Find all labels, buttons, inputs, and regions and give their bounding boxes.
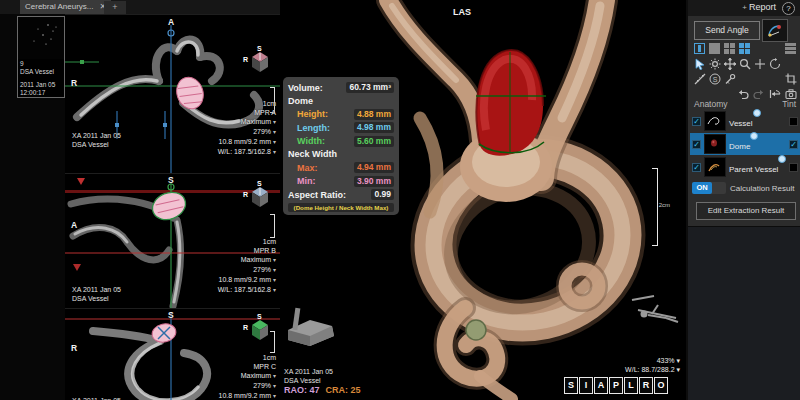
crosshair-icon[interactable] [752,57,767,70]
scale-bracket [270,331,275,353]
zoom-dropdown[interactable]: 279% ▾ [218,127,276,137]
mpr-view-c[interactable]: S R S R 1cm MPR C Maximum ▾ 279% ▾ 10.8 … [65,308,280,400]
patient-figure-icon [632,296,678,322]
orient-button-inferior[interactable]: I [579,377,593,394]
window-level-dropdown[interactable]: W/L: 187.5/162.8 ▾ [218,285,276,295]
report-button[interactable]: +Report [742,2,776,12]
series-time: 12:00:17 [20,89,62,97]
tab-cerebral-aneurysm[interactable]: Cerebral Aneurys... ✕ [20,0,111,14]
help-icon[interactable]: ? [782,2,795,15]
layout-grid-icon[interactable] [722,42,737,55]
width-label: Width: [297,136,325,146]
height-value: 4.88 mm [354,109,394,120]
slab-dropdown[interactable]: 10.8 mm/9.2 mm ▾ [218,275,276,285]
angle-icon [767,24,783,38]
vr-window-level-dropdown[interactable]: W/L: 88.7/288.2 ▾ [625,365,680,374]
series-date: 2011 Jan 05 [20,81,62,89]
aspect-ratio-row: Aspect Ratio: 0.99 [288,188,394,202]
zoom-dropdown[interactable]: 279% ▾ [219,381,276,391]
cursor-icon[interactable] [692,57,707,70]
view-name: MPR B [218,246,276,255]
aspect-value: 0.99 [371,189,394,200]
zoom-dropdown[interactable]: 279% ▾ [218,265,276,275]
edit-extraction-result-button[interactable]: Edit Extraction Result [696,202,796,220]
spin-icon[interactable]: S [707,72,722,85]
angle-tool-icon[interactable] [722,72,737,85]
rotate-icon[interactable] [767,57,782,70]
orient-button-superior[interactable]: S [564,377,578,394]
slider-handle[interactable] [750,132,758,140]
layout-pane-icon[interactable] [707,42,722,55]
right-panel: +Report ? Send Angle [686,0,800,400]
max-label: Max: [297,163,318,173]
layer-row-dome[interactable]: ✓ Dome ✓ [690,133,800,155]
mpr-view-b[interactable]: S A S R 1cm MPR B Maximum ▾ 279% ▾ 10.8 … [65,173,280,308]
dome-width-row: Width: 5.60 mm [288,135,394,149]
vr-study-info: XA 2011 Jan 05DSA Vessel [284,368,333,385]
orient-button-anterior[interactable]: A [594,377,608,394]
series-thumbnail[interactable]: 9 DSA Vessel 2011 Jan 05 12:00:17 [17,16,65,98]
orientation-label-left: A [71,220,77,230]
layout-grid-active-icon[interactable] [737,42,752,55]
visibility-checkbox[interactable]: ✓ [692,163,701,172]
series-rail: 9 DSA Vessel 2011 Jan 05 12:00:17 [0,14,65,400]
chevron-down-icon: ▾ [273,393,276,399]
orient-button-right[interactable]: R [639,377,653,394]
crop-icon[interactable] [783,72,798,85]
mpr-view-a[interactable]: A R S R 1cm MPR A Maximum ▾ 279% ▾ 10.8 … [65,14,280,173]
orient-button-posterior[interactable]: P [609,377,623,394]
vr-3d-view[interactable]: LAS Volume: 60.73 mm³ Dome Height: 4.88 … [280,0,686,400]
orientation-cube-icon[interactable]: S R [244,47,274,75]
toggle-on-label: ON [692,182,712,194]
height-label: Height: [297,109,328,119]
calculation-result-toggle[interactable]: ON [692,182,726,194]
render-mode-dropdown[interactable]: Maximum ▾ [219,371,276,381]
series-name: DSA Vessel [20,68,62,76]
vr-zoom-dropdown[interactable]: 433% ▾ [625,356,680,365]
min-value: 3.90 mm [354,176,394,187]
tint-checkbox[interactable] [789,163,798,172]
scale-label: 2cm [659,202,670,208]
orient-button-left[interactable]: L [624,377,638,394]
slab-dropdown[interactable]: 10.8 mm/9.2 mm ▾ [219,391,276,400]
layout-single-icon[interactable] [692,42,707,55]
slider-handle[interactable] [778,155,786,163]
send-angle-icon-button[interactable] [762,19,788,42]
panel-bottom-area [688,226,800,400]
layer-row-vessel[interactable]: ✓ Vessel [690,110,800,132]
chevron-down-icon: ▾ [273,287,276,293]
layout-list-icon[interactable] [783,42,798,55]
pan-icon[interactable] [722,57,737,70]
layer-row-parent-vessel[interactable]: ✓ Parent Vessel [690,156,800,178]
slider-handle[interactable] [753,109,761,117]
scale-label: 1cm [218,99,276,108]
c-arm-angles: RAO: 47CRA: 25 [284,385,361,395]
chevron-down-icon: ▾ [273,277,276,283]
measure-icon[interactable] [692,72,707,85]
new-tab-button[interactable]: + [104,1,126,14]
render-mode-dropdown[interactable]: Maximum ▾ [218,255,276,265]
aspect-label: Aspect Ratio: [288,190,346,200]
tint-checkbox[interactable]: ✓ [789,140,798,149]
anatomy-header: Anatomy [694,99,728,109]
visibility-checkbox[interactable]: ✓ [692,117,701,126]
window-level-icon[interactable] [707,57,722,70]
layer-name: Parent Vessel [729,165,778,174]
window-level-dropdown[interactable]: W/L: 187.5/162.8 ▾ [218,147,276,157]
max-value: 4.94 mm [354,162,394,173]
width-value: 5.60 mm [354,136,394,147]
orient-button-oblique[interactable]: O [654,377,668,394]
visibility-checkbox[interactable]: ✓ [692,140,701,149]
view-name: MPR C [219,362,276,371]
layer-name: Vessel [729,119,753,128]
send-angle-button[interactable]: Send Angle [694,21,760,40]
render-mode-dropdown[interactable]: Maximum ▾ [218,117,276,127]
zoom-icon[interactable] [737,57,752,70]
tint-checkbox[interactable] [789,117,798,126]
slab-dropdown[interactable]: 10.8 mm/9.2 mm ▾ [218,137,276,147]
mpr-a-overlay: 1cm MPR A Maximum ▾ 279% ▾ 10.8 mm/9.2 m… [218,99,276,157]
study-info: XA 2011 Jan 05DSA Vessel [72,132,121,149]
chevron-down-icon: ▾ [273,267,276,273]
chevron-down-icon: ▾ [273,373,276,379]
orientation-cube-icon[interactable]: S R [244,182,274,210]
